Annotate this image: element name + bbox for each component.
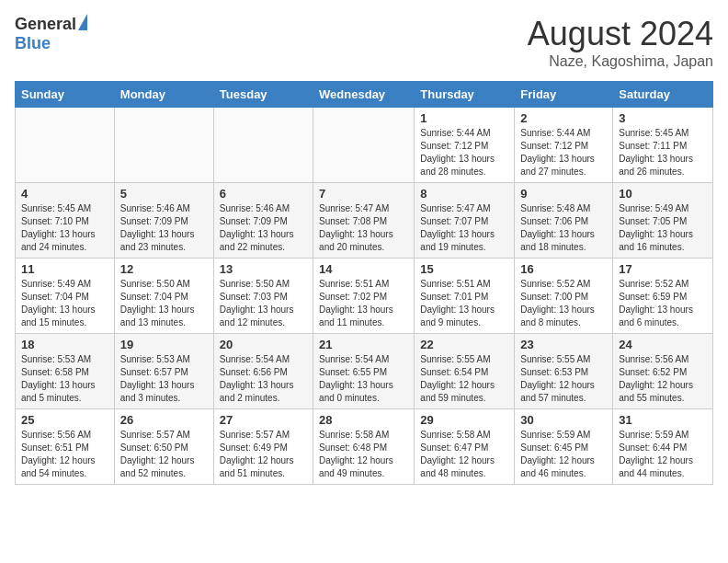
day-number: 14 <box>319 262 408 276</box>
calendar-cell: 23Sunrise: 5:55 AM Sunset: 6:53 PM Dayli… <box>515 334 613 409</box>
calendar-cell: 19Sunrise: 5:53 AM Sunset: 6:57 PM Dayli… <box>114 334 213 409</box>
day-detail: Sunrise: 5:56 AM Sunset: 6:52 PM Dayligh… <box>619 353 707 405</box>
calendar-cell: 2Sunrise: 5:44 AM Sunset: 7:12 PM Daylig… <box>515 108 613 183</box>
column-header-monday: Monday <box>114 82 213 108</box>
column-header-wednesday: Wednesday <box>313 82 415 108</box>
month-title: August 2024 <box>528 15 713 53</box>
day-number: 30 <box>520 413 607 427</box>
day-detail: Sunrise: 5:59 AM Sunset: 6:44 PM Dayligh… <box>619 429 707 480</box>
day-number: 9 <box>520 187 607 201</box>
day-number: 18 <box>21 338 108 351</box>
calendar-cell: 11Sunrise: 5:49 AM Sunset: 7:04 PM Dayli… <box>16 259 115 334</box>
calendar-cell: 1Sunrise: 5:44 AM Sunset: 7:12 PM Daylig… <box>415 108 515 183</box>
day-number: 23 <box>520 338 607 351</box>
calendar-cell: 15Sunrise: 5:51 AM Sunset: 7:01 PM Dayli… <box>415 259 515 334</box>
calendar-cell: 10Sunrise: 5:49 AM Sunset: 7:05 PM Dayli… <box>613 183 713 259</box>
day-detail: Sunrise: 5:57 AM Sunset: 6:49 PM Dayligh… <box>220 429 307 480</box>
day-detail: Sunrise: 5:50 AM Sunset: 7:03 PM Dayligh… <box>220 278 307 329</box>
calendar-week-row: 18Sunrise: 5:53 AM Sunset: 6:58 PM Dayli… <box>16 334 713 409</box>
calendar-cell: 4Sunrise: 5:45 AM Sunset: 7:10 PM Daylig… <box>16 183 115 259</box>
calendar-cell: 12Sunrise: 5:50 AM Sunset: 7:04 PM Dayli… <box>114 259 213 334</box>
day-detail: Sunrise: 5:52 AM Sunset: 6:59 PM Dayligh… <box>619 278 707 329</box>
day-number: 21 <box>319 338 408 351</box>
day-detail: Sunrise: 5:47 AM Sunset: 7:08 PM Dayligh… <box>319 202 408 254</box>
day-number: 13 <box>220 262 307 276</box>
day-detail: Sunrise: 5:49 AM Sunset: 7:04 PM Dayligh… <box>21 278 108 329</box>
day-number: 31 <box>619 413 707 427</box>
location: Naze, Kagoshima, Japan <box>528 53 713 70</box>
calendar-cell: 14Sunrise: 5:51 AM Sunset: 7:02 PM Dayli… <box>313 259 415 334</box>
calendar-cell <box>114 108 213 183</box>
calendar-cell: 30Sunrise: 5:59 AM Sunset: 6:45 PM Dayli… <box>515 409 613 485</box>
logo: General Blue <box>15 15 87 53</box>
day-detail: Sunrise: 5:56 AM Sunset: 6:51 PM Dayligh… <box>21 429 108 480</box>
calendar-cell: 18Sunrise: 5:53 AM Sunset: 6:58 PM Dayli… <box>16 334 115 409</box>
calendar-cell: 9Sunrise: 5:48 AM Sunset: 7:06 PM Daylig… <box>515 183 613 259</box>
column-header-sunday: Sunday <box>16 82 115 108</box>
calendar-cell: 3Sunrise: 5:45 AM Sunset: 7:11 PM Daylig… <box>613 108 713 183</box>
day-number: 20 <box>220 338 307 351</box>
calendar-week-row: 4Sunrise: 5:45 AM Sunset: 7:10 PM Daylig… <box>16 183 713 259</box>
day-number: 6 <box>220 187 307 201</box>
calendar-cell: 29Sunrise: 5:58 AM Sunset: 6:47 PM Dayli… <box>415 409 515 485</box>
day-detail: Sunrise: 5:44 AM Sunset: 7:12 PM Dayligh… <box>520 127 607 178</box>
calendar-cell: 5Sunrise: 5:46 AM Sunset: 7:09 PM Daylig… <box>114 183 213 259</box>
day-detail: Sunrise: 5:59 AM Sunset: 6:45 PM Dayligh… <box>520 429 607 480</box>
day-number: 7 <box>319 187 408 201</box>
calendar-cell: 21Sunrise: 5:54 AM Sunset: 6:55 PM Dayli… <box>313 334 415 409</box>
day-detail: Sunrise: 5:44 AM Sunset: 7:12 PM Dayligh… <box>420 127 508 178</box>
day-number: 8 <box>420 187 508 201</box>
calendar-cell: 16Sunrise: 5:52 AM Sunset: 7:00 PM Dayli… <box>515 259 613 334</box>
day-number: 15 <box>420 262 508 276</box>
day-detail: Sunrise: 5:53 AM Sunset: 6:58 PM Dayligh… <box>21 353 108 405</box>
day-number: 28 <box>319 413 408 427</box>
calendar-cell: 25Sunrise: 5:56 AM Sunset: 6:51 PM Dayli… <box>16 409 115 485</box>
day-number: 2 <box>520 111 607 125</box>
calendar-week-row: 11Sunrise: 5:49 AM Sunset: 7:04 PM Dayli… <box>16 259 713 334</box>
calendar-cell: 24Sunrise: 5:56 AM Sunset: 6:52 PM Dayli… <box>613 334 713 409</box>
day-detail: Sunrise: 5:52 AM Sunset: 7:00 PM Dayligh… <box>520 278 607 329</box>
day-number: 24 <box>619 338 707 351</box>
calendar-cell: 7Sunrise: 5:47 AM Sunset: 7:08 PM Daylig… <box>313 183 415 259</box>
logo-blue-text: Blue <box>15 34 51 53</box>
day-detail: Sunrise: 5:58 AM Sunset: 6:47 PM Dayligh… <box>420 429 508 480</box>
day-number: 11 <box>21 262 108 276</box>
calendar-cell: 26Sunrise: 5:57 AM Sunset: 6:50 PM Dayli… <box>114 409 213 485</box>
column-header-tuesday: Tuesday <box>213 82 313 108</box>
calendar-cell <box>16 108 115 183</box>
day-number: 4 <box>21 187 108 201</box>
day-detail: Sunrise: 5:55 AM Sunset: 6:54 PM Dayligh… <box>420 353 508 405</box>
day-number: 22 <box>420 338 508 351</box>
day-detail: Sunrise: 5:57 AM Sunset: 6:50 PM Dayligh… <box>120 429 208 480</box>
logo-triangle-icon <box>78 14 87 30</box>
calendar-week-row: 25Sunrise: 5:56 AM Sunset: 6:51 PM Dayli… <box>16 409 713 485</box>
day-detail: Sunrise: 5:51 AM Sunset: 7:01 PM Dayligh… <box>420 278 508 329</box>
day-number: 5 <box>120 187 208 201</box>
calendar-cell: 6Sunrise: 5:46 AM Sunset: 7:09 PM Daylig… <box>213 183 313 259</box>
day-number: 1 <box>420 111 508 125</box>
day-detail: Sunrise: 5:47 AM Sunset: 7:07 PM Dayligh… <box>420 202 508 254</box>
title-section: August 2024 Naze, Kagoshima, Japan <box>528 15 713 70</box>
day-number: 3 <box>619 111 707 125</box>
calendar-cell: 31Sunrise: 5:59 AM Sunset: 6:44 PM Dayli… <box>613 409 713 485</box>
day-number: 16 <box>520 262 607 276</box>
day-number: 17 <box>619 262 707 276</box>
day-detail: Sunrise: 5:51 AM Sunset: 7:02 PM Dayligh… <box>319 278 408 329</box>
calendar-cell: 8Sunrise: 5:47 AM Sunset: 7:07 PM Daylig… <box>415 183 515 259</box>
calendar-table: SundayMondayTuesdayWednesdayThursdayFrid… <box>15 81 713 485</box>
calendar-cell <box>213 108 313 183</box>
day-number: 25 <box>21 413 108 427</box>
day-number: 26 <box>120 413 208 427</box>
page-header: General Blue August 2024 Naze, Kagoshima… <box>15 15 713 70</box>
day-detail: Sunrise: 5:54 AM Sunset: 6:55 PM Dayligh… <box>319 353 408 405</box>
calendar-cell: 17Sunrise: 5:52 AM Sunset: 6:59 PM Dayli… <box>613 259 713 334</box>
calendar-cell: 27Sunrise: 5:57 AM Sunset: 6:49 PM Dayli… <box>213 409 313 485</box>
day-number: 10 <box>619 187 707 201</box>
calendar-header-row: SundayMondayTuesdayWednesdayThursdayFrid… <box>16 82 713 108</box>
day-detail: Sunrise: 5:49 AM Sunset: 7:05 PM Dayligh… <box>619 202 707 254</box>
column-header-friday: Friday <box>515 82 613 108</box>
calendar-cell: 13Sunrise: 5:50 AM Sunset: 7:03 PM Dayli… <box>213 259 313 334</box>
logo-general-text: General <box>15 15 76 34</box>
calendar-cell: 20Sunrise: 5:54 AM Sunset: 6:56 PM Dayli… <box>213 334 313 409</box>
column-header-thursday: Thursday <box>415 82 515 108</box>
